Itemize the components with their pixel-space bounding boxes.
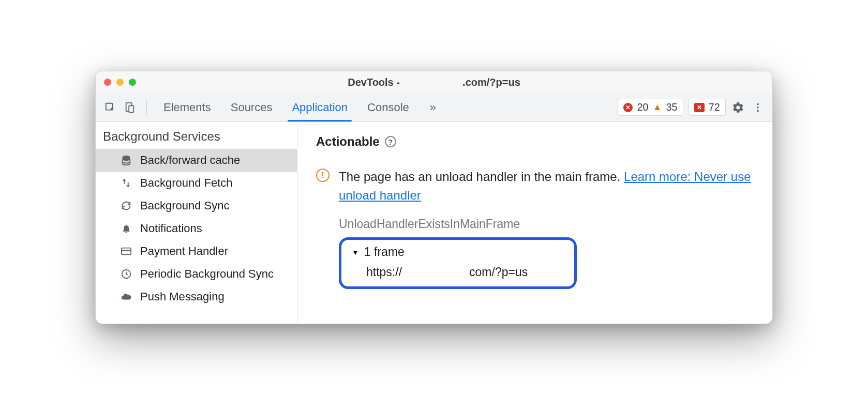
section-heading: Actionable ?	[316, 134, 754, 149]
issue-icon: ✕	[694, 103, 705, 112]
sync-icon	[119, 200, 133, 211]
more-options-icon[interactable]	[751, 100, 765, 115]
database-icon	[119, 155, 133, 166]
issue-message: The page has an unload handler in the ma…	[339, 168, 754, 205]
cloud-icon	[119, 291, 133, 302]
window-controls	[104, 79, 136, 86]
frame-url-prefix: https://	[366, 265, 402, 279]
sidebar-item-notifications[interactable]: Notifications	[96, 217, 297, 240]
svg-point-4	[757, 107, 759, 109]
clock-icon	[119, 268, 133, 280]
issues-counter[interactable]: ✕ 72	[689, 99, 726, 116]
frame-url[interactable]: https://com/?p=us	[366, 265, 564, 279]
bell-icon	[119, 223, 133, 234]
window-title: DevTools - .com/?p=us	[96, 77, 772, 88]
sidebar-item-label: Back/forward cache	[140, 154, 240, 167]
reason-code: UnloadHandlerExistsInMainFrame	[339, 217, 754, 231]
error-count: 20	[637, 101, 648, 113]
help-icon[interactable]: ?	[385, 136, 396, 147]
warning-count: 35	[666, 101, 678, 113]
settings-icon[interactable]	[731, 100, 745, 115]
sidebar-item-label: Push Messaging	[140, 290, 225, 303]
sidebar-item-background-sync[interactable]: Background Sync	[96, 194, 297, 217]
toolbar-divider	[146, 100, 147, 115]
console-counters[interactable]: ✕ 20 ▲ 35	[618, 99, 683, 116]
sidebar-item-label: Payment Handler	[140, 245, 228, 258]
tab-console[interactable]: Console	[366, 95, 410, 120]
frames-highlight-box: ▼ 1 frame https://com/?p=us	[339, 237, 577, 289]
credit-card-icon	[119, 246, 133, 257]
sidebar-item-label: Notifications	[140, 222, 202, 235]
svg-point-3	[757, 103, 759, 105]
warning-circle-icon: !	[316, 169, 330, 182]
sidebar-item-bfcache[interactable]: Back/forward cache	[96, 149, 297, 172]
sidebar-item-background-fetch[interactable]: Background Fetch	[96, 172, 297, 194]
error-icon: ✕	[623, 103, 633, 112]
title-bar: DevTools - .com/?p=us	[96, 71, 772, 93]
device-toggle-icon[interactable]	[123, 100, 137, 115]
frame-tree-toggle[interactable]: ▼ 1 frame	[352, 245, 564, 259]
sidebar-item-label: Background Sync	[140, 199, 229, 212]
sidebar-item-periodic-sync[interactable]: Periodic Background Sync	[96, 263, 297, 285]
window-title-prefix: DevTools -	[348, 77, 402, 88]
issue-message-text: The page has an unload handler in the ma…	[339, 170, 624, 184]
updown-arrows-icon	[119, 177, 133, 189]
main-toolbar: Elements Sources Application Console » ✕…	[96, 93, 772, 122]
panel-body: Background Services Back/forward cache B…	[96, 122, 772, 324]
disclosure-triangle-icon: ▼	[352, 248, 359, 256]
svg-rect-7	[122, 248, 131, 255]
window-title-suffix: .com/?p=us	[462, 77, 520, 88]
application-sidebar: Background Services Back/forward cache B…	[96, 122, 297, 324]
inspect-element-icon[interactable]	[103, 100, 117, 115]
sidebar-item-payment-handler[interactable]: Payment Handler	[96, 240, 297, 263]
svg-point-5	[757, 110, 759, 112]
tab-elements[interactable]: Elements	[162, 95, 212, 120]
minimize-window-button[interactable]	[116, 79, 124, 86]
sidebar-section-heading: Background Services	[96, 122, 297, 149]
frame-count-label: 1 frame	[364, 245, 405, 259]
section-heading-text: Actionable	[316, 134, 380, 149]
sidebar-item-label: Periodic Background Sync	[140, 267, 274, 281]
frame-url-suffix: com/?p=us	[469, 265, 528, 279]
tabs-overflow-icon[interactable]: »	[430, 101, 436, 114]
sidebar-item-label: Background Fetch	[140, 176, 233, 190]
close-window-button[interactable]	[104, 79, 111, 86]
svg-rect-2	[129, 105, 133, 112]
maximize-window-button[interactable]	[129, 79, 136, 86]
panel-tabs: Elements Sources Application Console »	[162, 95, 436, 120]
warning-icon: ▲	[653, 102, 662, 113]
devtools-window: DevTools - .com/?p=us Elements Sources A…	[95, 71, 773, 324]
tab-sources[interactable]: Sources	[230, 95, 274, 120]
issue-row: ! The page has an unload handler in the …	[316, 168, 754, 205]
issues-count: 72	[709, 101, 720, 113]
sidebar-item-push-messaging[interactable]: Push Messaging	[96, 285, 297, 308]
main-content: Actionable ? ! The page has an unload ha…	[297, 122, 772, 324]
tab-application[interactable]: Application	[291, 95, 349, 120]
